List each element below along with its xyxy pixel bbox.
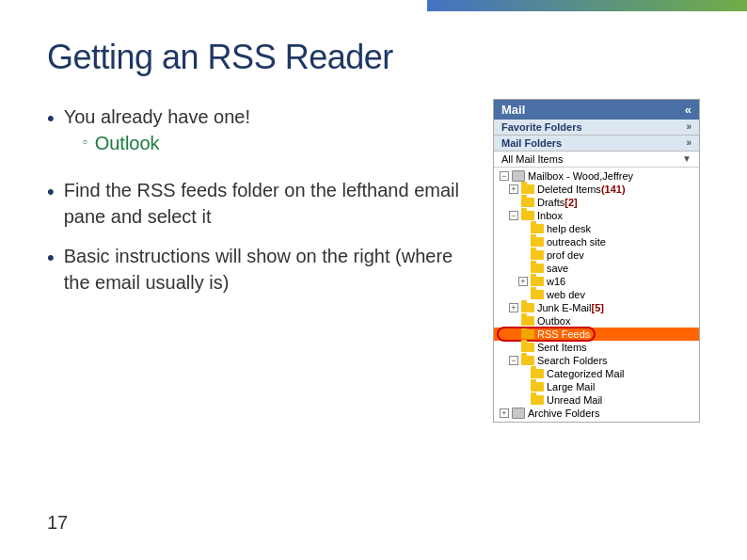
bullet-dot-2: •: [47, 178, 55, 207]
unread-folder-icon: [531, 395, 544, 405]
search-folders-icon: [521, 356, 534, 365]
mail-chevron: »: [686, 137, 691, 149]
tree-item-mailbox[interactable]: − Mailbox - Wood,Jeffrey: [494, 169, 699, 183]
expand-mailbox[interactable]: −: [500, 171, 509, 181]
tree-item-drafts[interactable]: Drafts [2]: [494, 196, 699, 209]
tree-item-junk[interactable]: + Junk E-Mail [5]: [494, 301, 699, 314]
all-items-label: All Mail Items: [501, 153, 563, 165]
slide-number: 17: [47, 512, 68, 534]
expand-junk[interactable]: +: [509, 303, 518, 312]
bullet-3-text: Basic instructions will show on the righ…: [64, 243, 465, 296]
mail-folders-section[interactable]: Mail Folders »: [494, 136, 699, 152]
mailbox-label: Mailbox - Wood,Jeffrey: [528, 170, 633, 182]
save-label: save: [547, 263, 568, 274]
w16-label: w16: [547, 276, 565, 287]
tree-item-rss[interactable]: RSS Feeds: [494, 328, 699, 341]
deleted-count: (141): [601, 184, 626, 195]
profdev-label: prof dev: [547, 249, 584, 261]
outbox-folder-icon: [521, 316, 534, 326]
tree-item-large-mail[interactable]: Large Mail: [494, 380, 699, 393]
junk-folder-icon: [521, 303, 534, 312]
tree-item-w16[interactable]: + w16: [494, 275, 699, 288]
helpdesk-folder-icon: [531, 224, 544, 233]
bullet-1: • You already have one! ▫ Outlook: [47, 104, 465, 164]
tree-item-sent[interactable]: Sent Items: [494, 341, 699, 354]
tree-item-helpdesk[interactable]: help desk: [494, 222, 699, 235]
rss-label: RSS Feeds: [537, 328, 590, 340]
outlook-label: Outlook: [95, 130, 160, 156]
content-area: • You already have one! ▫ Outlook • Find…: [47, 104, 700, 423]
tree-item-search-folders[interactable]: − Search Folders: [494, 354, 699, 367]
inbox-label: Inbox: [537, 210, 563, 221]
bullet-1-text: You already have one!: [64, 106, 250, 127]
outlook-header: Mail «: [494, 100, 699, 120]
bullets-section: • You already have one! ▫ Outlook • Find…: [47, 104, 465, 309]
drafts-label: Drafts: [537, 197, 564, 208]
drafts-count: [2]: [564, 197, 577, 208]
slide-container: Getting an RSS Reader • You already have…: [0, 0, 747, 560]
outreach-label: outreach site: [547, 236, 606, 248]
all-mail-items-row[interactable]: All Mail Items ▼: [494, 152, 699, 168]
tree-item-outbox[interactable]: Outbox: [494, 314, 699, 328]
helpdesk-label: help desk: [547, 223, 591, 234]
tree-item-unread[interactable]: Unread Mail: [494, 393, 699, 407]
outlook-mail-label: Mail: [501, 103, 525, 117]
expand-inbox[interactable]: −: [509, 211, 518, 220]
unread-mail-label: Unread Mail: [547, 394, 602, 406]
folder-tree: − Mailbox - Wood,Jeffrey + Deleted Items…: [494, 168, 699, 422]
profdev-folder-icon: [531, 250, 544, 260]
tree-item-save[interactable]: save: [494, 262, 699, 275]
search-folders-label: Search Folders: [537, 355, 608, 366]
sub-bullet-1: ▫ Outlook: [83, 130, 250, 156]
deleted-folder-icon: [521, 184, 534, 194]
w16-folder-icon: [531, 277, 544, 286]
favorite-folders-section[interactable]: Favorite Folders »: [494, 120, 699, 136]
sent-label: Sent Items: [537, 342, 587, 353]
webdev-folder-icon: [531, 290, 544, 299]
archive-icon: [512, 408, 525, 419]
deleted-label: Deleted Items: [537, 184, 601, 195]
bullet-2-text: Find the RSS feeds folder on the lefthan…: [64, 177, 465, 230]
bullet-3: • Basic instructions will show on the ri…: [47, 243, 465, 296]
outreach-folder-icon: [531, 237, 544, 247]
rss-folder-icon: [521, 329, 534, 339]
tree-item-inbox[interactable]: − Inbox: [494, 209, 699, 222]
tree-item-outreach[interactable]: outreach site: [494, 235, 699, 248]
sub-dot-icon: ▫: [83, 131, 87, 152]
all-items-dropdown[interactable]: ▼: [682, 153, 691, 165]
large-folder-icon: [531, 382, 544, 392]
archive-label: Archive Folders: [528, 408, 599, 419]
tree-item-archive[interactable]: + Archive Folders: [494, 407, 699, 420]
bullet-dot-1: •: [47, 104, 55, 134]
slide-title: Getting an RSS Reader: [47, 38, 700, 77]
outbox-label: Outbox: [537, 315, 570, 327]
cat-folder-icon: [531, 369, 544, 378]
mail-folders-label: Mail Folders: [501, 137, 562, 149]
tree-item-profdev[interactable]: prof dev: [494, 248, 699, 262]
bullet-dot-3: •: [47, 244, 55, 273]
mailbox-icon: [512, 170, 525, 182]
junk-count: [5]: [591, 302, 603, 313]
large-mail-label: Large Mail: [547, 381, 595, 392]
bullet-2: • Find the RSS feeds folder on the lefth…: [47, 177, 465, 230]
expand-archive[interactable]: +: [500, 408, 509, 418]
bullet-1-content: You already have one! ▫ Outlook: [64, 104, 250, 164]
tree-item-deleted[interactable]: + Deleted Items (141): [494, 183, 699, 196]
tree-item-webdev[interactable]: web dev: [494, 288, 699, 301]
expand-deleted[interactable]: +: [509, 184, 518, 194]
favorite-chevron: »: [686, 121, 691, 133]
outlook-panel: Mail « Favorite Folders » Mail Folders »…: [493, 99, 700, 423]
expand-search[interactable]: −: [509, 356, 518, 365]
junk-label: Junk E-Mail: [537, 302, 591, 313]
save-folder-icon: [531, 264, 544, 273]
categorized-label: Categorized Mail: [547, 368, 625, 379]
webdev-label: web dev: [547, 289, 585, 300]
drafts-folder-icon: [521, 198, 534, 207]
inbox-folder-icon: [521, 211, 534, 220]
sent-folder-icon: [521, 343, 534, 352]
outlook-collapse-icon[interactable]: «: [685, 103, 691, 117]
expand-w16[interactable]: +: [518, 277, 528, 286]
favorite-folders-label: Favorite Folders: [501, 121, 582, 133]
tree-item-categorized[interactable]: Categorized Mail: [494, 367, 699, 380]
